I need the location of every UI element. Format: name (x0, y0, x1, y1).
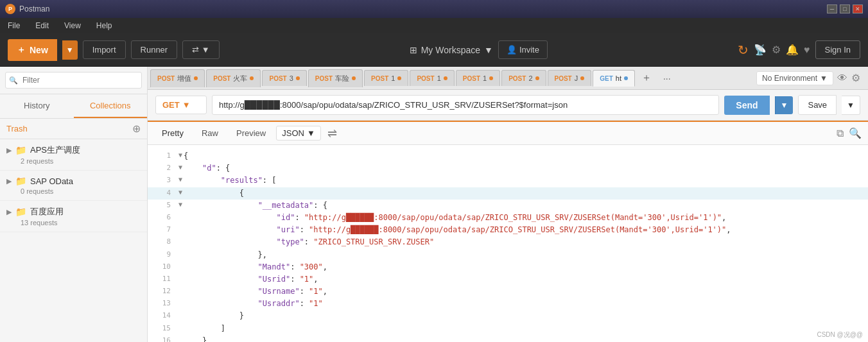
settings-icon[interactable]: ⚙ (851, 72, 860, 84)
minimize-button[interactable]: ─ (827, 4, 837, 13)
more-tabs-button[interactable]: ··· (658, 71, 676, 86)
response-tabs: Pretty Raw Preview JSON ▼ ⇌ ⧉ 🔍 (148, 122, 868, 145)
add-tab-button[interactable]: ＋ (636, 69, 657, 87)
tab-dot (444, 76, 447, 80)
tab-label: 1 (483, 74, 487, 82)
url-input[interactable] (212, 95, 719, 115)
menu-edit[interactable]: Edit (33, 20, 51, 31)
menu-help[interactable]: Help (94, 20, 115, 31)
send-dropdown-button[interactable]: ▼ (775, 96, 794, 114)
save-dropdown-button[interactable]: ▼ (842, 96, 860, 115)
collection-count: 13 requests (21, 219, 141, 227)
list-item[interactable]: ▶ 📁 SAP OData 0 requests (0, 171, 147, 201)
tab-dot (580, 76, 584, 80)
method-select[interactable]: GET ▼ (155, 96, 207, 114)
method-label: POST (555, 75, 572, 82)
api-tools-button[interactable]: ⇄ ▼ (182, 40, 219, 59)
bell-icon[interactable]: 🔔 (786, 44, 799, 56)
trash-row[interactable]: Trash ⊕ (0, 119, 147, 139)
tab-post-3[interactable]: POST 3 (262, 70, 306, 86)
settings-icon[interactable]: ⚙ (772, 44, 781, 56)
watermark: CSDN @况@@ (817, 330, 863, 339)
menu-bar: File Edit View Help (0, 18, 868, 33)
sync-icon[interactable]: ↻ (738, 42, 749, 58)
tab-dot (489, 76, 493, 80)
collection-name: 百度应用 (30, 206, 64, 218)
send-button[interactable]: Send (724, 96, 769, 115)
sidebar-tabs: History Collections (0, 94, 147, 119)
close-button[interactable]: ✕ (853, 4, 863, 13)
title-bar: P Postman ─ □ ✕ (0, 0, 868, 18)
tab-dot (296, 76, 300, 80)
chevron-right-icon: ▶ (6, 208, 12, 216)
toolbar: ＋ New ▼ Import Runner ⇄ ▼ ⊞ My Workspace… (0, 33, 868, 67)
tab-dot (624, 76, 628, 80)
import-button[interactable]: Import (83, 40, 126, 59)
tab-post-1[interactable]: POST 增值 (150, 69, 205, 87)
tab-post-7[interactable]: POST 1 (456, 70, 500, 86)
collection-header: ▶ 📁 百度应用 (6, 206, 141, 218)
new-button[interactable]: ＋ New (8, 39, 57, 61)
sidebar-search-area (0, 67, 147, 94)
response-actions: ⧉ 🔍 (837, 127, 862, 139)
tab-post-9[interactable]: POST J (548, 70, 592, 86)
tab-label: ht (616, 74, 621, 82)
invite-button[interactable]: 👤 Invite (498, 40, 548, 59)
list-item[interactable]: ▶ 📁 APS生产调度 2 requests (0, 139, 147, 171)
code-line-4: 4 ▼ { (148, 187, 868, 200)
sign-in-button[interactable]: Sign In (815, 40, 860, 59)
folder-icon: 📁 (15, 145, 26, 155)
collection-name: APS生产调度 (30, 144, 80, 156)
format-select[interactable]: JSON ▼ (276, 126, 321, 141)
tab-pretty[interactable]: Pretty (154, 126, 191, 141)
method-label: POST (269, 75, 286, 82)
copy-icon[interactable]: ⧉ (837, 128, 844, 139)
list-item[interactable]: ▶ 📁 百度应用 13 requests (0, 201, 147, 232)
toolbar-right: ↻ 📡 ⚙ 🔔 ♥ Sign In (738, 40, 860, 59)
code-line-15: 15 ] (148, 323, 868, 335)
menu-file[interactable]: File (5, 20, 22, 31)
app-title: Postman (19, 4, 49, 13)
grid-icon: ⊞ (410, 45, 417, 55)
tab-preview[interactable]: Preview (229, 126, 273, 141)
code-line-3: 3 ▼ "results": [ (148, 175, 868, 187)
menu-view[interactable]: View (62, 20, 83, 31)
eye-icon[interactable]: 👁 (837, 73, 847, 84)
tab-history[interactable]: History (0, 94, 74, 118)
maximize-button[interactable]: □ (840, 4, 850, 13)
method-label: POST (417, 75, 434, 82)
search-icon[interactable]: 🔍 (849, 127, 862, 139)
tab-raw[interactable]: Raw (194, 126, 226, 141)
radio-icon[interactable]: 📡 (754, 44, 767, 56)
wrap-icon[interactable]: ⇌ (327, 126, 337, 141)
method-label: POST (371, 75, 388, 82)
trash-label: Trash (6, 124, 28, 133)
response-area: Pretty Raw Preview JSON ▼ ⇌ ⧉ 🔍 1 ▼ { (148, 121, 868, 342)
tabs-bar: POST 增值 POST 火车 POST 3 POST 车险 POST (148, 67, 868, 90)
save-button[interactable]: Save (798, 95, 837, 115)
search-input[interactable] (5, 72, 142, 89)
window-controls[interactable]: ─ □ ✕ (827, 4, 863, 13)
tab-label: 1 (391, 74, 395, 82)
code-line-13: 13 "Usraddr": "1" (148, 298, 868, 310)
tab-post-4[interactable]: POST 车险 (308, 69, 363, 87)
workspace-button[interactable]: ⊞ My Workspace ▼ (410, 45, 493, 55)
method-label: POST (315, 75, 333, 82)
heart-icon[interactable]: ♥ (804, 44, 810, 56)
tab-post-8[interactable]: POST 2 (501, 70, 546, 86)
new-dropdown-arrow[interactable]: ▼ (62, 40, 78, 60)
method-label: POST (157, 75, 175, 82)
tab-post-6[interactable]: POST 1 (410, 70, 454, 86)
main-layout: History Collections Trash ⊕ ▶ 📁 APS生产调度 … (0, 67, 868, 342)
add-collection-icon[interactable]: ⊕ (132, 123, 141, 135)
code-line-12: 12 "Usrname": "1", (148, 286, 868, 298)
tab-label: J (575, 74, 578, 82)
tab-post-2[interactable]: POST 火车 (206, 69, 261, 87)
tab-collections[interactable]: Collections (74, 94, 148, 118)
tab-get-active[interactable]: GET ht (593, 70, 635, 87)
environment-select[interactable]: No Environment ▼ (756, 71, 833, 85)
tab-label: 车险 (335, 74, 349, 83)
code-line-11: 11 "Usrid": "1", (148, 273, 868, 286)
tab-post-5[interactable]: POST 1 (364, 70, 408, 86)
runner-button[interactable]: Runner (131, 40, 178, 59)
